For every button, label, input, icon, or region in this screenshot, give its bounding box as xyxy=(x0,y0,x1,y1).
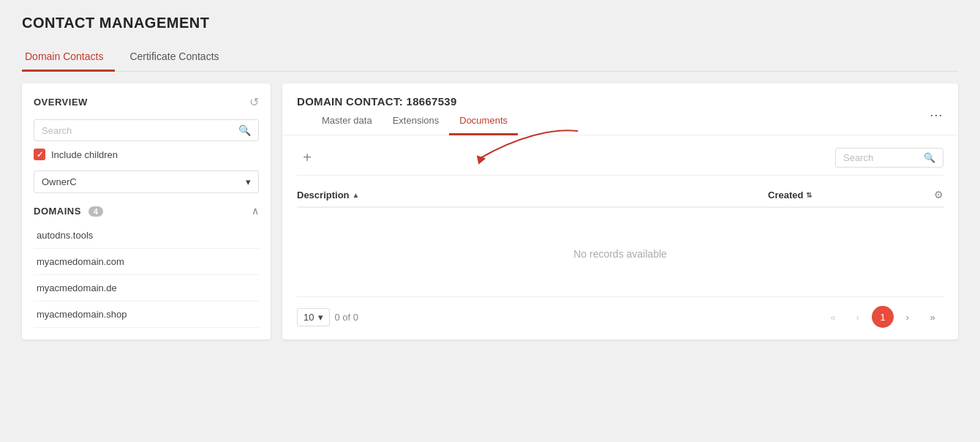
col-settings-header: ⚙ xyxy=(914,189,943,201)
right-panel: DOMAIN CONTACT: 18667539 Master data Ext… xyxy=(282,83,958,340)
prev-page-button[interactable]: ‹ xyxy=(847,306,869,328)
domains-section-header: DOMAINS 4 ∧ xyxy=(34,205,259,217)
panel-title: DOMAIN CONTACT: 18667539 xyxy=(297,95,532,108)
panel-search-icon: 🔍 xyxy=(924,152,935,163)
list-item[interactable]: myacmedomain.com xyxy=(34,249,259,275)
include-children-checkbox[interactable] xyxy=(34,149,45,160)
sidebar: OVERVIEW ↺ 🔍 Include children OwnerC ▾ D… xyxy=(22,83,271,340)
tab-documents[interactable]: Documents xyxy=(449,108,518,135)
sort-created-icon[interactable]: ⇅ xyxy=(806,191,812,199)
panel-search-box: 🔍 xyxy=(835,148,943,168)
chevron-down-icon: ▾ xyxy=(246,176,251,187)
pagination-controls: « ‹ 1 › » xyxy=(822,306,943,328)
list-item[interactable]: myacmedomain.de xyxy=(34,275,259,301)
domain-list: autodns.tools myacmedomain.com myacmedom… xyxy=(34,222,259,328)
domains-badge: 4 xyxy=(88,206,103,217)
list-item[interactable]: autodns.tools xyxy=(34,222,259,249)
gear-icon[interactable]: ⚙ xyxy=(934,189,943,201)
next-page-button[interactable]: › xyxy=(897,306,919,328)
sidebar-search-icon: 🔍 xyxy=(238,124,251,136)
col-description-header: Description ▲ xyxy=(297,190,768,201)
sidebar-header: OVERVIEW ↺ xyxy=(34,95,259,109)
sidebar-search-input[interactable] xyxy=(42,125,238,136)
per-page-chevron-icon: ▾ xyxy=(318,312,323,323)
current-page-button[interactable]: 1 xyxy=(872,306,894,328)
domains-section-title: DOMAINS xyxy=(34,206,81,217)
include-children-label: Include children xyxy=(51,149,118,160)
per-page-dropdown[interactable]: 10 ▾ xyxy=(297,308,330,326)
sidebar-title: OVERVIEW xyxy=(34,97,88,108)
page-title: CONTACT MANAGEMENT xyxy=(22,15,958,31)
toolbar-row: + 🔍 xyxy=(297,147,943,176)
panel-header: DOMAIN CONTACT: 18667539 Master data Ext… xyxy=(282,83,958,135)
last-page-button[interactable]: » xyxy=(921,306,943,328)
refresh-icon[interactable]: ↺ xyxy=(249,95,259,109)
sort-description-icon[interactable]: ▲ xyxy=(353,191,360,199)
col-created-header: Created ⇅ xyxy=(768,190,914,201)
include-children-row: Include children xyxy=(34,149,259,160)
panel-search-input[interactable] xyxy=(843,152,924,163)
tab-master-data[interactable]: Master data xyxy=(312,108,382,135)
tab-certificate-contacts[interactable]: Certificate Contacts xyxy=(127,43,230,72)
panel-body: + 🔍 Description ▲ Created ⇅ xyxy=(282,135,958,340)
tab-domain-contacts[interactable]: Domain Contacts xyxy=(22,43,115,72)
tab-extensions[interactable]: Extensions xyxy=(382,108,450,135)
pagination-row: 10 ▾ 0 of 0 « ‹ 1 › » xyxy=(297,296,943,328)
owner-dropdown-value: OwnerC xyxy=(42,176,77,187)
panel-tabs: Master data Extensions Documents xyxy=(297,108,532,135)
per-page-control: 10 ▾ 0 of 0 xyxy=(297,308,358,326)
sidebar-search-box: 🔍 xyxy=(34,119,259,141)
list-item[interactable]: myacmedomain.shop xyxy=(34,301,259,328)
first-page-button[interactable]: « xyxy=(822,306,844,328)
no-records-message: No records available xyxy=(297,211,943,296)
chevron-up-icon[interactable]: ∧ xyxy=(252,205,259,217)
owner-dropdown[interactable]: OwnerC ▾ xyxy=(34,171,259,193)
main-content: OVERVIEW ↺ 🔍 Include children OwnerC ▾ D… xyxy=(22,83,958,340)
add-document-button[interactable]: + xyxy=(297,147,317,168)
per-page-value: 10 xyxy=(304,312,314,323)
table-header: Description ▲ Created ⇅ ⚙ xyxy=(297,183,943,208)
records-count: 0 of 0 xyxy=(334,312,358,323)
panel-menu-icon[interactable]: ⋯ xyxy=(930,107,943,123)
top-tabs-bar: Domain Contacts Certificate Contacts xyxy=(22,43,958,72)
